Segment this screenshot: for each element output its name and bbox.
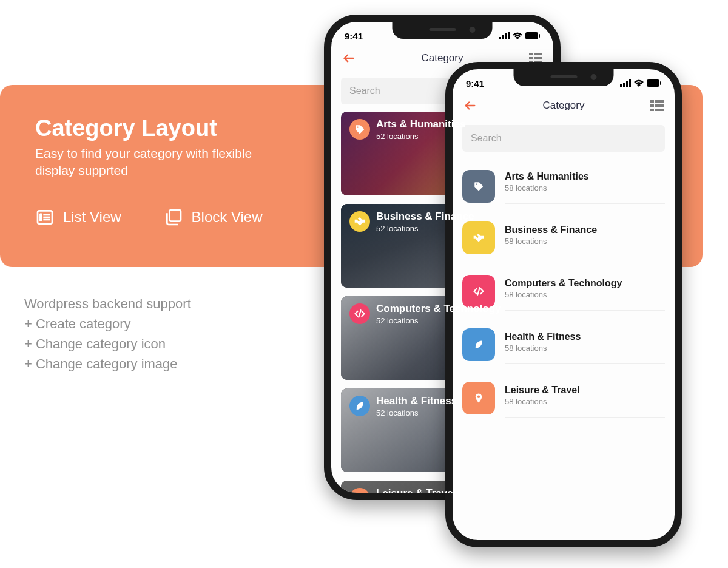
nav-title: Category xyxy=(422,52,463,64)
svg-rect-26 xyxy=(647,79,659,87)
svg-rect-8 xyxy=(499,37,500,39)
category-title: Computers & Technology xyxy=(376,303,501,315)
nav-bar: Category xyxy=(453,93,675,118)
tag-icon xyxy=(462,170,495,203)
signal-icon xyxy=(620,79,631,87)
phone-notch xyxy=(514,69,614,86)
leaf-icon xyxy=(462,328,495,361)
category-title: Arts & Humanities xyxy=(376,119,465,130)
list-view-option[interactable]: List View xyxy=(35,208,121,227)
svg-rect-34 xyxy=(655,109,664,111)
note-line: + Change category image xyxy=(24,354,191,374)
list-category-list[interactable]: Arts & Humanities58 locationsBusiness & … xyxy=(453,159,675,427)
svg-rect-29 xyxy=(650,100,654,103)
svg-rect-27 xyxy=(660,81,661,85)
feature-notes: Wordpress backend support + Create categ… xyxy=(24,294,191,374)
category-row[interactable]: Arts & Humanities58 locations xyxy=(462,161,665,211)
svg-rect-24 xyxy=(626,81,628,87)
handshake-icon xyxy=(349,211,370,232)
phone-notch xyxy=(393,22,493,39)
category-subtitle: 58 locations xyxy=(505,290,665,299)
svg-rect-33 xyxy=(650,109,654,111)
svg-rect-12 xyxy=(525,32,538,39)
battery-icon xyxy=(525,32,540,39)
category-subtitle: 52 locations xyxy=(376,316,501,325)
category-title: Leisure & Travel xyxy=(505,385,665,396)
category-title: Computers & Technology xyxy=(505,278,665,289)
search-placeholder: Search xyxy=(349,86,380,96)
banner-subtitle: Easy to find your category with flexible… xyxy=(35,145,290,180)
svg-rect-31 xyxy=(650,104,654,107)
block-view-label: Block View xyxy=(192,209,263,226)
category-row[interactable]: Health & Fitness58 locations xyxy=(462,318,665,371)
category-subtitle: 58 locations xyxy=(505,183,665,192)
note-line: + Change category icon xyxy=(24,334,191,354)
svg-rect-15 xyxy=(529,53,533,55)
wifi-icon xyxy=(513,32,522,39)
block-icon xyxy=(164,208,183,227)
note-line: Wordpress backend support xyxy=(24,294,191,314)
list-icon xyxy=(35,208,55,227)
wifi-icon xyxy=(634,79,644,87)
svg-rect-10 xyxy=(505,33,507,39)
svg-rect-16 xyxy=(534,53,542,55)
svg-rect-32 xyxy=(655,104,664,107)
svg-point-5 xyxy=(40,218,42,220)
layout-toggle-button[interactable] xyxy=(650,100,664,111)
svg-rect-23 xyxy=(623,83,625,87)
nav-title: Category xyxy=(543,100,585,112)
svg-rect-17 xyxy=(529,57,533,59)
pin-icon xyxy=(349,488,370,500)
svg-rect-11 xyxy=(508,32,510,39)
svg-point-3 xyxy=(40,216,42,218)
status-icons xyxy=(620,79,661,87)
status-time: 9:41 xyxy=(466,78,484,89)
svg-rect-7 xyxy=(169,210,181,221)
category-title: Health & Fitness xyxy=(505,331,665,342)
category-subtitle: 58 locations xyxy=(505,237,665,246)
block-view-option[interactable]: Block View xyxy=(164,208,263,227)
category-title: Health & Fitness xyxy=(376,396,457,407)
category-title: Leisure & Travel xyxy=(376,488,456,499)
back-button[interactable] xyxy=(342,52,356,65)
leaf-icon xyxy=(349,396,370,416)
list-view-label: List View xyxy=(63,209,121,226)
svg-line-35 xyxy=(477,288,479,295)
back-button[interactable] xyxy=(463,99,477,112)
svg-rect-22 xyxy=(620,84,622,87)
svg-rect-13 xyxy=(539,34,540,38)
code-icon xyxy=(349,303,370,324)
category-subtitle: 52 locations xyxy=(376,132,465,141)
note-line: + Create category xyxy=(24,314,191,334)
signal-icon xyxy=(499,32,510,39)
svg-point-1 xyxy=(40,214,42,215)
category-subtitle: 58 locations xyxy=(505,343,665,353)
category-subtitle: 52 locations xyxy=(376,224,474,233)
svg-rect-18 xyxy=(534,57,542,59)
battery-icon xyxy=(647,79,661,87)
category-title: Arts & Humanities xyxy=(505,171,665,182)
svg-line-21 xyxy=(359,310,360,317)
svg-rect-25 xyxy=(629,79,631,87)
svg-rect-9 xyxy=(502,35,504,39)
category-title: Business & Finance xyxy=(376,211,474,223)
status-time: 9:41 xyxy=(345,31,363,41)
category-subtitle: 52 locations xyxy=(376,408,457,418)
tag-icon xyxy=(349,119,370,140)
status-icons xyxy=(499,32,540,39)
svg-rect-30 xyxy=(655,100,664,103)
